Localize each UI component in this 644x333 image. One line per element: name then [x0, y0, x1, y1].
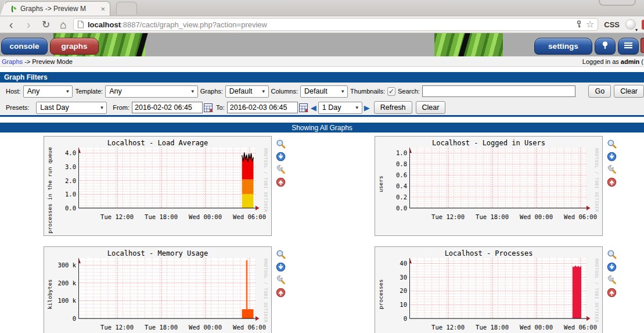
search-input[interactable] — [422, 85, 576, 97]
back-icon[interactable]: ‹ — [3, 17, 19, 31]
refresh-button[interactable]: Refresh — [374, 101, 412, 114]
y-tick-label: 0.6 — [396, 172, 407, 178]
step-forward-icon[interactable]: ▶ — [364, 103, 370, 112]
y-tick-label: 0.8 — [396, 161, 407, 167]
search-label: Search: — [398, 88, 420, 95]
settings-button[interactable]: settings — [534, 38, 592, 55]
url-text[interactable]: localhost:8887/cacti/graph_view.php?acti… — [88, 20, 572, 29]
csv-export-icon[interactable] — [607, 262, 617, 272]
thumbnails-label: Thumbnails: — [350, 88, 385, 95]
browser-tab[interactable]: Graphs -> Preview M × — [5, 1, 110, 16]
graphs-tab[interactable]: graphs — [50, 38, 99, 55]
graph-y-axis-label: kilobytes — [45, 257, 54, 331]
page-document-icon[interactable] — [77, 20, 84, 28]
chevron-down-icon: ▼ — [355, 105, 359, 110]
page-top-icon[interactable] — [276, 177, 286, 187]
breadcrumb: Graphs -> Preview Mode Logged in as admi… — [0, 56, 644, 67]
x-tick-label: Tue 18:00 — [145, 213, 178, 220]
calendar-icon[interactable] — [299, 103, 308, 112]
plot-area — [78, 257, 260, 321]
graph-filters-panel: Graph Filters Host: Any▼ Template: Any▼ … — [0, 72, 644, 117]
page-top-icon[interactable] — [276, 288, 286, 298]
zoom-icon[interactable] — [607, 139, 617, 149]
y-tick-label: 20 — [400, 288, 407, 293]
graph-image[interactable]: Localhost - Memory Usagekilobytes0100 k2… — [44, 246, 272, 333]
csv-export-icon[interactable] — [607, 152, 617, 162]
graph-action-icons — [603, 136, 618, 236]
tree-view-button[interactable] — [595, 38, 616, 55]
graph-y-axis-label: processes — [376, 257, 385, 331]
template-label: Template: — [75, 88, 103, 95]
y-tick-label: 30 — [400, 274, 407, 280]
hamburger-list-icon — [624, 41, 633, 51]
go-button[interactable]: Go — [588, 85, 611, 98]
bookmark-star-icon[interactable]: ☆ — [586, 20, 594, 29]
clear-button-bottom[interactable]: Clear — [416, 101, 446, 114]
graph-panel: Localhost - Memory Usagekilobytes0100 k2… — [44, 246, 288, 333]
search-orb-icon[interactable]: ▾ — [625, 19, 636, 30]
plot-area — [409, 147, 591, 211]
calendar-icon[interactable] — [204, 103, 213, 112]
csv-export-icon[interactable] — [276, 152, 286, 162]
graph-panel: Localhost - Processesprocesses010203040T… — [375, 246, 619, 333]
step-back-icon[interactable]: ◀ — [311, 103, 316, 112]
graph-source-wrench-icon[interactable] — [607, 275, 617, 285]
x-tick-label: Tue 12:00 — [100, 213, 134, 220]
address-bar[interactable]: localhost:8887/cacti/graph_view.php?acti… — [73, 18, 598, 31]
to-date-input[interactable] — [227, 102, 298, 113]
page-top-icon[interactable] — [607, 288, 617, 298]
graph-y-axis-label: users — [376, 147, 385, 221]
chevron-down-icon: ▼ — [99, 105, 104, 110]
columns-select[interactable]: Default▼ — [300, 85, 348, 98]
host-select[interactable]: Any▼ — [23, 85, 73, 98]
zoom-icon[interactable] — [607, 249, 617, 259]
clear-button-top[interactable]: Clear — [614, 85, 644, 98]
y-tick-label: 2.0 — [65, 178, 76, 184]
list-view-button[interactable] — [618, 38, 639, 55]
y-tick-label: 0.0 — [396, 205, 407, 211]
rrdtool-watermark: RRDTOOL / TOBI OETIKER — [591, 147, 599, 218]
zoom-icon[interactable] — [276, 249, 286, 259]
rrdtool-watermark: RRDTOOL / TOBI OETIKER — [260, 257, 268, 328]
breadcrumb-graphs-link[interactable]: Graphs — [2, 58, 23, 65]
graph-source-wrench-icon[interactable] — [276, 275, 286, 285]
home-icon[interactable]: ⌂ — [56, 17, 71, 31]
x-tick-label: Tue 12:00 — [100, 324, 134, 331]
from-date-input[interactable] — [132, 102, 203, 113]
y-tick-label: 4.0 — [65, 150, 76, 156]
graph-image[interactable]: Localhost - Logged in Usersusers0.00.20.… — [375, 136, 603, 236]
x-tick-label: Tue 12:00 — [431, 324, 465, 331]
presets-select[interactable]: Last Day▼ — [36, 102, 107, 114]
graphs-select[interactable]: Default▼ — [225, 85, 269, 98]
y-tick-label: 0 — [73, 316, 76, 321]
page-top-icon[interactable] — [607, 177, 617, 187]
graph-image[interactable]: Localhost - Processesprocesses010203040T… — [375, 246, 603, 333]
x-tick-label: Wed 00:00 — [189, 324, 222, 331]
x-tick-label: Wed 06:00 — [564, 324, 597, 331]
graph-source-wrench-icon[interactable] — [607, 164, 617, 174]
key-icon[interactable] — [575, 20, 582, 28]
tab-close-icon[interactable]: × — [99, 5, 106, 13]
range-select[interactable]: 1 Day▼ — [318, 102, 362, 114]
login-user: admin — [621, 58, 639, 65]
reload-icon[interactable]: ↻ — [38, 17, 53, 31]
x-tick-label: Wed 00:00 — [520, 324, 553, 331]
x-tick-label: Wed 06:00 — [233, 324, 266, 331]
y-tick-label: 0.4 — [396, 183, 407, 189]
rrdtool-watermark: RRDTOOL / TOBI OETIKER — [260, 147, 268, 218]
graph-source-wrench-icon[interactable] — [276, 164, 286, 174]
thumbnails-checkbox[interactable]: ✓ — [387, 87, 395, 96]
y-tick-label: 10 — [400, 302, 407, 307]
graph-image[interactable]: Localhost - Load Averageprocesses in the… — [44, 136, 272, 236]
zoom-icon[interactable] — [276, 139, 286, 149]
login-clipped: ( — [641, 58, 643, 65]
css-extension-badge[interactable]: CSS — [604, 20, 620, 29]
new-tab-stub[interactable] — [116, 2, 137, 15]
console-tab[interactable]: console — [1, 38, 48, 55]
graph-title: Localhost - Load Average — [45, 138, 270, 147]
template-select[interactable]: Any▼ — [105, 85, 198, 98]
csv-export-icon[interactable] — [276, 262, 286, 272]
plot-area — [78, 147, 260, 211]
y-tick-label: 0.2 — [396, 194, 407, 200]
graph-filters-title: Graph Filters — [0, 72, 644, 83]
